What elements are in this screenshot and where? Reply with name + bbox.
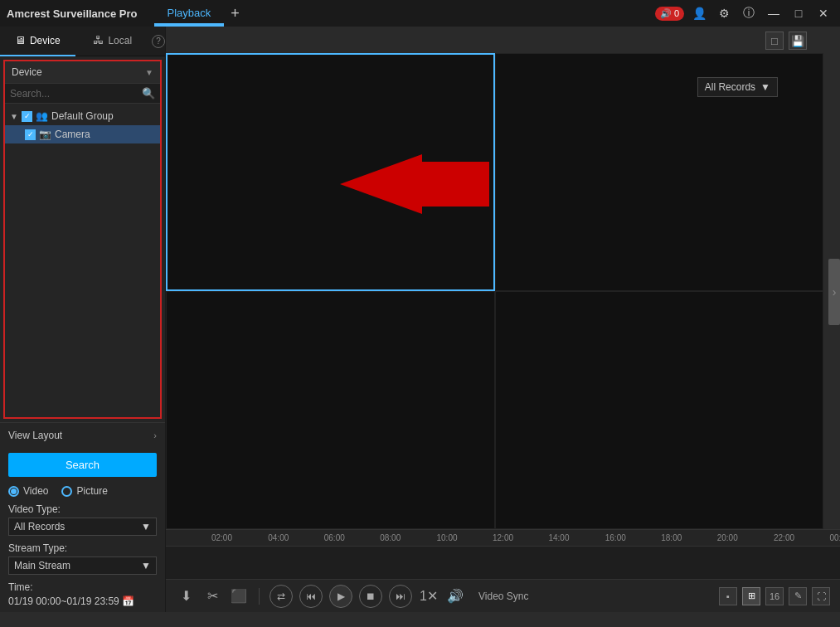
edit-layout-button[interactable]: ✎ <box>789 587 807 605</box>
video-type-dropdown[interactable]: All Records ▼ <box>8 518 157 536</box>
video-grid <box>166 53 823 529</box>
tab-device[interactable]: 🖥 Device <box>0 27 75 56</box>
video-radio[interactable]: Video <box>8 485 48 497</box>
timeline-tick: 14:00 <box>548 533 569 542</box>
save-view-icon[interactable]: 💾 <box>789 32 807 50</box>
user-icon[interactable]: 👤 <box>689 3 709 23</box>
timeline-tick: 08:00 <box>380 533 401 542</box>
picture-radio-label: Picture <box>76 485 107 497</box>
stream-type-row: Stream Type: Main Stream ▼ <box>0 539 165 578</box>
video-type-arrow-icon: ▼ <box>141 521 151 532</box>
expand-icon[interactable]: □ <box>765 32 784 50</box>
scroll-handle[interactable] <box>828 259 840 325</box>
timeline-area: 02:0004:0006:0008:0010:0012:0014:0016:00… <box>166 529 840 612</box>
settings-icon[interactable]: ⚙ <box>714 3 734 23</box>
forward-button[interactable]: ⏭ <box>389 585 412 608</box>
video-radio-label: Video <box>23 485 48 497</box>
search-button[interactable]: Search <box>8 453 157 477</box>
speed-button[interactable]: 1✕ <box>419 586 439 606</box>
main-layout: 🖥 Device 🖧 Local ? Device ▼ 🔍 ▼ ✓ <box>0 27 840 612</box>
calendar-icon[interactable]: 📅 <box>122 595 134 607</box>
timeline-ruler: 02:0004:0006:0008:0010:0012:0014:0016:00… <box>166 530 840 547</box>
clip-button[interactable]: ⬛ <box>229 586 249 606</box>
playback-controls: ⬇ ✂ ⬛ ⇄ ⏮ ▶ ⏹ ⏭ 1✕ 🔊 Video Sync ▪ ⊞ 16 <box>166 579 840 612</box>
view-layout-row[interactable]: View Layout › <box>0 423 165 448</box>
group-checkbox[interactable]: ✓ <box>22 111 32 122</box>
time-range-display[interactable]: 01/19 00:00~01/19 23:59 📅 <box>8 595 157 607</box>
timeline-content[interactable] <box>166 547 840 579</box>
titlebar-right: 🔊 0 👤 ⚙ ⓘ — □ ✕ <box>655 0 833 27</box>
app-title: Amcrest Surveillance Pro <box>7 7 138 20</box>
search-box: 🔍 <box>5 84 160 104</box>
timeline-tick: 02:00 <box>211 533 232 542</box>
tree-camera-item[interactable]: ✓ 📷 Camera <box>5 125 160 143</box>
device-panel-header: Device ▼ <box>5 61 160 84</box>
controls-left: ⬇ ✂ ⬛ ⇄ ⏮ ▶ ⏹ ⏭ 1✕ 🔊 Video Sync <box>176 585 529 608</box>
time-range-value: 01/19 00:00~01/19 23:59 <box>8 595 119 607</box>
device-tree: ▼ ✓ 👥 Default Group ✓ 📷 Camera <box>5 104 160 417</box>
tab-playback[interactable]: Playback <box>154 0 225 27</box>
tree-chevron-icon: ▼ <box>10 112 18 121</box>
download-button[interactable]: ⬇ <box>176 586 196 606</box>
video-type-row: Video Type: All Records ▼ <box>0 500 165 539</box>
play-button[interactable]: ▶ <box>329 585 352 608</box>
video-type-label: Video Type: <box>8 503 157 515</box>
camera-checkbox[interactable]: ✓ <box>25 129 36 140</box>
tab-local[interactable]: 🖧 Local <box>75 27 151 56</box>
layout-16-button[interactable]: 16 <box>765 587 784 605</box>
timeline-tick: 18:00 <box>661 533 682 542</box>
timeline-tick: 00:00 <box>829 533 840 542</box>
video-sync-label: Video Sync <box>478 591 529 602</box>
content-area: □ 💾 All Records ▼ <box>166 27 840 612</box>
info-icon[interactable]: ⓘ <box>739 3 759 23</box>
search-icon[interactable]: 🔍 <box>142 87 155 100</box>
video-radio-dot <box>8 486 19 497</box>
device-panel: Device ▼ 🔍 ▼ ✓ 👥 Default Group ✓ 📷 Camer… <box>3 60 162 419</box>
timeline-tick: 10:00 <box>437 533 458 542</box>
volume-button[interactable]: 🔊 0 <box>655 7 684 21</box>
picture-radio-dot <box>61 486 72 497</box>
rewind-button[interactable]: ⏮ <box>299 585 323 608</box>
add-tab-button[interactable]: + <box>224 5 246 22</box>
view-layout-chevron-icon: › <box>153 430 157 440</box>
all-records-dropdown[interactable]: All Records ▼ <box>697 77 778 97</box>
layout-1-button[interactable]: ▪ <box>719 587 737 605</box>
fullscreen-button[interactable]: ⛶ <box>812 587 830 605</box>
search-button-row: Search <box>0 448 165 482</box>
media-type-radio-row: Video Picture <box>0 482 165 500</box>
picture-radio[interactable]: Picture <box>61 485 107 497</box>
view-layout-label: View Layout <box>8 430 62 441</box>
device-header-label: Device <box>12 66 42 78</box>
device-dropdown-arrow[interactable]: ▼ <box>145 68 153 77</box>
timeline-tick: 20:00 <box>717 533 738 542</box>
sidebar-bottom: View Layout › Search Video Picture Video… <box>0 422 165 612</box>
maximize-button[interactable]: □ <box>789 3 808 23</box>
camera-icon: 📷 <box>39 129 51 140</box>
help-icon[interactable]: ? <box>152 35 165 48</box>
top-controls: □ 💾 All Records ▼ <box>765 32 807 50</box>
all-records-arrow-icon: ▼ <box>760 81 770 93</box>
video-cell-3[interactable] <box>166 291 495 529</box>
video-cell-1[interactable] <box>166 53 495 291</box>
timeline-tick: 04:00 <box>268 533 289 542</box>
titlebar: Amcrest Surveillance Pro Playback + 🔊 0 … <box>0 0 840 27</box>
stream-type-dropdown[interactable]: Main Stream ▼ <box>8 557 157 575</box>
local-tab-icon: 🖧 <box>93 34 104 46</box>
device-search-input[interactable] <box>10 88 142 100</box>
scissors-button[interactable]: ✂ <box>202 586 222 606</box>
device-tab-icon: 🖥 <box>15 34 26 46</box>
divider <box>259 588 260 605</box>
volume-ctrl-icon[interactable]: 🔊 <box>445 586 465 606</box>
layout-4-button[interactable]: ⊞ <box>742 587 760 605</box>
video-sync-icon[interactable]: ⇄ <box>269 585 293 608</box>
timeline-tick: 16:00 <box>605 533 626 542</box>
sidebar-tab-bar: 🖥 Device 🖧 Local ? <box>0 27 165 56</box>
tree-group-item[interactable]: ▼ ✓ 👥 Default Group <box>5 107 160 125</box>
close-button[interactable]: ✕ <box>813 3 833 23</box>
minimize-button[interactable]: — <box>764 3 784 23</box>
timeline-tick: 06:00 <box>324 533 345 542</box>
sidebar: 🖥 Device 🖧 Local ? Device ▼ 🔍 ▼ ✓ <box>0 27 166 612</box>
stream-type-arrow-icon: ▼ <box>141 560 151 571</box>
video-cell-4[interactable] <box>495 291 824 529</box>
stop-button[interactable]: ⏹ <box>359 585 382 608</box>
